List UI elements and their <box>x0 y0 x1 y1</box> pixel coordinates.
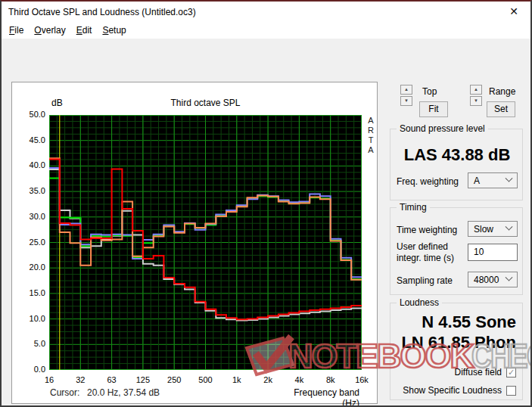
x-tick-label: 250 <box>167 375 181 384</box>
integr-time-input[interactable]: 10 <box>468 244 518 261</box>
show-specific-loudness-checkbox[interactable] <box>506 386 516 396</box>
freq-weighting-value: A <box>474 176 480 186</box>
menu-overlay[interactable]: Overlay <box>29 22 70 36</box>
x-tick-label: 125 <box>136 375 150 384</box>
spl-plot[interactable] <box>49 115 362 370</box>
x-tick-label: 63 <box>107 375 116 384</box>
time-weighting-label: Time weighting <box>397 225 457 235</box>
fit-button[interactable]: Fit <box>419 101 448 117</box>
y-axis-label: 30.0 <box>12 212 45 221</box>
sound-pressure-group: Sound pressure level LAS 43.88 dB Freq. … <box>390 129 523 200</box>
y-axis-label: 45.0 <box>12 135 45 144</box>
x-tick-label: 8k <box>326 375 335 384</box>
cursor-readout-value: 20.0 Hz, 37.54 dB <box>87 387 160 398</box>
sampling-rate-value: 48000 <box>474 275 499 285</box>
spl-value: LAS 43.88 dB <box>390 145 524 165</box>
loudness-group-label: Loudness <box>397 297 442 308</box>
chevron-down-icon <box>506 274 513 281</box>
arta-logo-label: A R T A <box>366 116 376 155</box>
x-tick-label: 4k <box>295 375 304 384</box>
top-spin-down-icon[interactable]: ▼ <box>400 96 412 106</box>
top-label: Top <box>422 86 437 97</box>
loudness-group: Loudness N 4.55 Sone LN 61.85 Phon Diffu… <box>390 303 523 400</box>
range-spin-down-icon[interactable]: ▼ <box>470 96 482 106</box>
loudness-phon-value: LN 61.85 Phon <box>401 333 516 353</box>
sampling-rate-select[interactable]: 48000 <box>468 272 518 287</box>
timing-group-label: Timing <box>397 202 430 213</box>
y-axis-label: 40.0 <box>12 160 45 169</box>
diffuse-field-checkbox[interactable]: ✓ <box>506 368 516 377</box>
x-tick-label: 32 <box>76 375 85 384</box>
y-axis-label: 0.0 <box>12 365 45 374</box>
menu-edit[interactable]: Edit <box>71 22 98 36</box>
range-spin-up-icon[interactable]: ▲ <box>470 85 482 95</box>
top-spin-up-icon[interactable]: ▲ <box>400 85 412 95</box>
integr-time-label-line1: User defined <box>397 241 448 252</box>
chart-title: Third octave SPL <box>49 98 362 108</box>
menu-setup[interactable]: Setup <box>97 22 131 36</box>
freq-weighting-select[interactable]: A <box>468 172 518 188</box>
menu-bar: FileOverlayEditSetup <box>2 22 530 39</box>
x-tick-label: 2k <box>263 375 272 384</box>
loudness-sone-value: N 4.55 Sone <box>422 312 516 332</box>
x-tick-label: 1k <box>232 375 241 384</box>
time-weighting-select[interactable]: Slow <box>468 221 518 237</box>
title-bar[interactable]: Third Octave SPL and Loudness (Untitled.… <box>2 2 530 22</box>
show-specific-loudness-label: Show Specific Loudness <box>403 385 502 396</box>
diffuse-field-label: Diffuse field <box>455 367 502 377</box>
timing-group: Timing Time weighting Slow User defined … <box>390 207 523 295</box>
x-tick-label: 16 <box>45 375 54 384</box>
freq-weighting-label: Freq. weighting <box>397 176 459 187</box>
menu-file[interactable]: File <box>4 22 29 36</box>
range-spinner: ▲ ▼ <box>470 85 482 107</box>
y-axis-label: 35.0 <box>12 186 45 195</box>
y-axis-label: 5.0 <box>12 339 45 348</box>
y-axis-label: 20.0 <box>12 263 45 272</box>
y-axis-label: 25.0 <box>12 238 45 247</box>
chevron-down-icon <box>506 223 513 231</box>
client-area: dB Third octave SPL 50.045.040.035.030.0… <box>2 39 530 405</box>
x-axis-title: Frequency band (Hz) <box>275 387 359 407</box>
time-weighting-value: Slow <box>474 224 493 235</box>
sampling-rate-label: Sampling rate <box>397 275 453 286</box>
x-tick-label: 16k <box>355 375 369 384</box>
close-icon[interactable]: ✕ <box>506 5 521 17</box>
y-axis-label: 10.0 <box>12 314 45 323</box>
range-label: Range <box>489 86 515 97</box>
y-axis-label: 15.0 <box>12 288 45 297</box>
integr-time-label-line2: integr. time (s) <box>397 253 454 263</box>
x-tick-label: 500 <box>198 375 212 384</box>
arta-spl-window: Third Octave SPL and Loudness (Untitled.… <box>0 0 532 407</box>
y-axis-label: 50.0 <box>12 110 45 119</box>
cursor-readout-label: Cursor: <box>50 387 79 398</box>
chevron-down-icon <box>506 175 513 182</box>
window-title: Third Octave SPL and Loudness (Untitled.… <box>8 7 196 17</box>
sound-pressure-group-label: Sound pressure level <box>397 123 488 134</box>
set-button[interactable]: Set <box>487 101 515 117</box>
chart-panel: dB Third octave SPL 50.045.040.035.030.0… <box>11 82 378 404</box>
top-spinner: ▲ ▼ <box>400 85 412 107</box>
